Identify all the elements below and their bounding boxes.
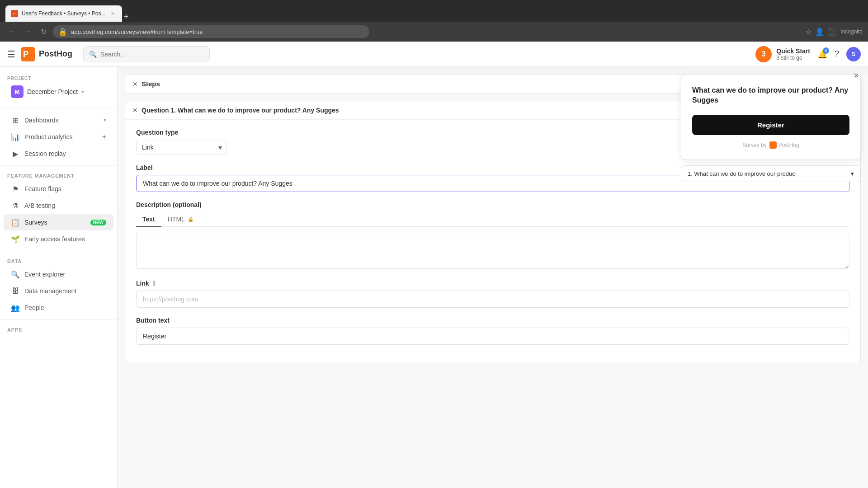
link-label: Link ℹ xyxy=(136,280,849,287)
link-input[interactable] xyxy=(136,291,849,308)
sidebar-item-early-access[interactable]: 🌱 Early access features xyxy=(4,231,113,247)
session-replay-icon: ▶ xyxy=(11,149,20,158)
link-info-icon: ℹ xyxy=(153,280,155,287)
posthog-small-logo xyxy=(769,141,777,149)
description-textarea[interactable] xyxy=(136,233,849,269)
search-box[interactable]: 🔍 xyxy=(83,46,210,62)
notifications-button[interactable]: 🔔 0 xyxy=(817,49,827,59)
project-name: December Project xyxy=(27,88,78,95)
sidebar-item-event-explorer[interactable]: 🔍 Event explorer xyxy=(4,266,113,282)
posthog-logo: P PostHog xyxy=(21,47,72,61)
tab-title: User's Feedback • Surveys • Pos... xyxy=(22,10,105,17)
dashboards-icon: ⊞ xyxy=(11,116,20,125)
sidebar-divider-3 xyxy=(0,251,117,251)
question-dropdown-arrow-icon: ▾ xyxy=(851,170,854,177)
active-tab[interactable]: P User's Feedback • Surveys • Pos... × xyxy=(5,5,122,22)
product-analytics-add-icon[interactable]: + xyxy=(102,133,106,141)
sidebar-item-feature-flags[interactable]: ⚑ Feature flags xyxy=(4,181,113,197)
quick-start-title: Quick Start xyxy=(776,47,810,55)
survey-by-text: Survey by xyxy=(742,142,766,148)
question-collapse-icon[interactable]: ✕ xyxy=(132,107,138,114)
tab-html-lock-icon: 🔒 xyxy=(188,216,194,222)
sidebar-label-session-replay: Session replay xyxy=(24,150,106,157)
quick-start-circle: 3 xyxy=(755,46,772,62)
tab-html[interactable]: HTML 🔒 xyxy=(161,212,200,227)
quick-start[interactable]: 3 Quick Start 3 still to go xyxy=(755,46,810,62)
posthog-text: PostHog xyxy=(778,142,799,148)
logo-text: PostHog xyxy=(39,49,72,59)
extension-icon[interactable]: ⬛ xyxy=(828,28,837,36)
description-tab-bar: Text HTML 🔒 xyxy=(136,212,849,227)
question-type-select[interactable]: Link Open text Rating Single choice Mult… xyxy=(136,140,226,155)
apps-section-label: APPS xyxy=(0,324,117,334)
browser-chrome: P User's Feedback • Surveys • Pos... × + xyxy=(0,0,868,22)
avatar[interactable]: S xyxy=(846,47,861,61)
sidebar-item-data-management[interactable]: 🗄 Data management xyxy=(4,283,113,299)
surveys-icon: 📋 xyxy=(11,218,20,227)
steps-title: Steps xyxy=(142,80,160,88)
back-button[interactable]: ← xyxy=(5,26,18,38)
preview-panel: × What can we do to improve our product?… xyxy=(674,67,868,189)
sidebar-item-surveys[interactable]: 📋 Surveys NEW xyxy=(4,214,113,230)
sidebar-label-dashboards: Dashboards xyxy=(24,117,99,124)
address-bar[interactable]: 🔒 app.posthog.com/surveys/new#fromTempla… xyxy=(53,25,369,38)
feature-management-label: FEATURE MANAGEMENT xyxy=(0,169,117,180)
preview-close-button[interactable]: × xyxy=(854,70,859,81)
event-explorer-icon: 🔍 xyxy=(11,270,20,279)
sidebar-divider-1 xyxy=(0,108,117,108)
sidebar-label-data-management: Data management xyxy=(24,287,106,295)
notification-badge: 0 xyxy=(823,47,829,54)
sidebar-item-ab-testing[interactable]: ⚗ A/B testing xyxy=(4,197,113,214)
question-title: Question 1. What can we do to improve ou… xyxy=(142,107,339,114)
button-text-group: Button text xyxy=(136,317,849,345)
question-type-select-wrapper: Link Open text Rating Single choice Mult… xyxy=(136,140,226,155)
steps-collapse-icon[interactable]: ✕ xyxy=(132,80,138,88)
sidebar-item-session-replay[interactable]: ▶ Session replay xyxy=(4,145,113,162)
quick-start-info: Quick Start 3 still to go xyxy=(776,47,810,61)
reload-button[interactable]: ↻ xyxy=(38,26,49,38)
button-text-label: Button text xyxy=(136,317,849,324)
new-tab-button[interactable]: + xyxy=(124,12,129,22)
preview-card: What can we do to improve our product? A… xyxy=(681,74,861,160)
search-input[interactable] xyxy=(100,51,204,58)
feature-flags-icon: ⚑ xyxy=(11,184,20,193)
sidebar-item-people[interactable]: 👥 People xyxy=(4,300,113,316)
browser-tabs: P User's Feedback • Surveys • Pos... × + xyxy=(5,0,128,22)
bookmark-icon[interactable]: ☆ xyxy=(805,28,811,36)
tab-favicon: P xyxy=(11,10,18,17)
lock-icon: 🔒 xyxy=(58,28,67,36)
people-icon: 👥 xyxy=(11,303,20,312)
sidebar: PROJECT M December Project ▾ ⊞ Dashboard… xyxy=(0,67,118,488)
sidebar-divider-4 xyxy=(0,319,117,320)
tab-close-button[interactable]: × xyxy=(111,10,114,17)
help-button[interactable]: ? xyxy=(835,49,839,59)
description-group: Description (optional) Text HTML 🔒 xyxy=(136,201,849,271)
tab-text[interactable]: Text xyxy=(136,212,161,227)
svg-text:P: P xyxy=(23,50,28,59)
tab-text-label: Text xyxy=(142,216,155,223)
search-icon: 🔍 xyxy=(89,51,97,58)
url-text: app.posthog.com/surveys/new#fromTemplate… xyxy=(71,28,203,35)
profile-icon[interactable]: 👤 xyxy=(815,28,824,36)
preview-question-text: What can we do to improve our product? A… xyxy=(692,85,849,106)
preview-register-button[interactable]: Register xyxy=(692,115,849,135)
sidebar-item-dashboards[interactable]: ⊞ Dashboards ▾ xyxy=(4,112,113,128)
button-text-input[interactable] xyxy=(136,328,849,345)
tab-html-label: HTML xyxy=(168,216,185,223)
quick-start-sub: 3 still to go xyxy=(776,55,810,61)
posthog-badge: PostHog xyxy=(769,141,799,149)
sidebar-label-feature-flags: Feature flags xyxy=(24,185,106,192)
project-item[interactable]: M December Project ▾ xyxy=(7,83,110,101)
project-arrow-icon: ▾ xyxy=(81,89,84,95)
surveys-new-badge: NEW xyxy=(90,220,106,225)
question-dropdown[interactable]: 1. What can we do to improve our produc … xyxy=(681,165,861,182)
incognito-label: Incognito xyxy=(840,28,863,35)
sidebar-divider-2 xyxy=(0,165,117,166)
menu-button[interactable]: ☰ xyxy=(7,49,15,60)
forward-button[interactable]: → xyxy=(22,26,34,38)
link-group: Link ℹ xyxy=(136,280,849,308)
sidebar-label-early-access: Early access features xyxy=(24,235,106,243)
header-right: 3 Quick Start 3 still to go 🔔 0 ? S xyxy=(755,46,861,62)
dashboards-arrow-icon: ▾ xyxy=(104,117,106,123)
sidebar-item-product-analytics[interactable]: 📊 Product analytics + xyxy=(4,129,113,145)
